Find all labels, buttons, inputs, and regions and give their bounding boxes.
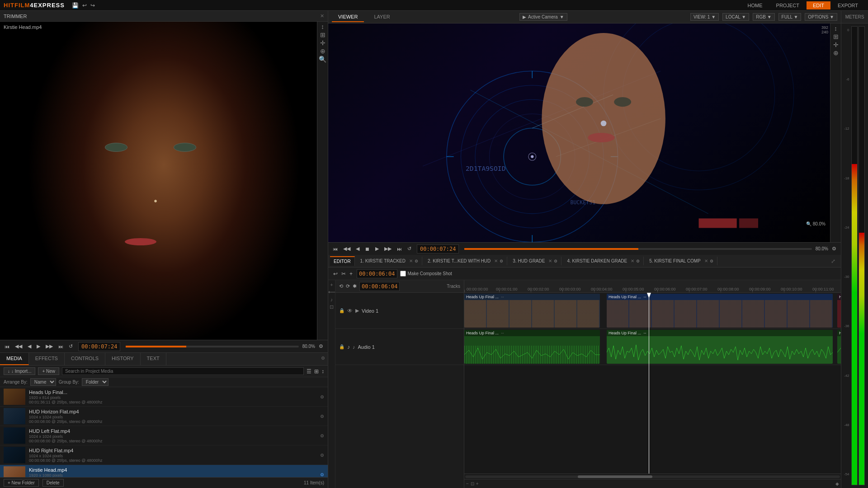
- tl-marker[interactable]: ◆: [835, 481, 839, 486]
- local-option[interactable]: LOCAL ▼: [722, 13, 749, 21]
- viewer-tool-4[interactable]: ⊕: [833, 50, 839, 56]
- tab-history[interactable]: HISTORY: [105, 353, 141, 365]
- playhead[interactable]: [649, 293, 649, 474]
- video-clip-1[interactable]: Heads Up Final ... ↔: [464, 294, 600, 328]
- tl-lt-link[interactable]: ⟵: [328, 289, 335, 295]
- trim-to-end-btn[interactable]: ⏭: [57, 343, 65, 350]
- media-item-3[interactable]: HUD Left Flat.mp4 1024 x 1024 pixels00:0…: [0, 426, 328, 446]
- new-button[interactable]: + New: [38, 367, 59, 375]
- video-clip-2[interactable]: Heads Up Final ... ↔: [607, 294, 833, 328]
- full-option[interactable]: FULL ▼: [778, 13, 802, 21]
- comp-close-3[interactable]: ✕: [548, 258, 552, 263]
- media-item-action-3[interactable]: ⚙: [320, 433, 324, 438]
- delete-button[interactable]: Delete: [42, 479, 64, 487]
- viewer-to-end-btn[interactable]: ⏭: [395, 245, 404, 253]
- comp-close-5[interactable]: ✕: [704, 258, 708, 263]
- trimmer-progress[interactable]: [126, 346, 298, 347]
- scrollbar-track[interactable]: [465, 475, 840, 478]
- trimmer-close-icon[interactable]: ✕: [320, 13, 324, 19]
- grid-view-toggle[interactable]: ⊞: [314, 368, 319, 375]
- trim-prev-btn[interactable]: ◀: [26, 343, 33, 350]
- viewer-stop-btn[interactable]: ⏹: [363, 245, 372, 253]
- media-item-5[interactable]: Kirstie Head.mp4 868 x 488 pixels00:00…: [0, 465, 328, 477]
- list-view-toggle[interactable]: ☰: [307, 368, 311, 375]
- tab-effects[interactable]: EFFECTS: [29, 353, 65, 365]
- timeline-scrollbar[interactable]: [464, 474, 841, 479]
- timeline-ruler[interactable]: 00:00:00:00 00:00:01:00 00:00:02:00 00:0…: [464, 280, 841, 293]
- media-item[interactable]: Heads Up Final... 1920 x 814 pixels00:01…: [0, 387, 328, 407]
- media-item-action-4[interactable]: ⚙: [320, 453, 324, 458]
- make-composite-option[interactable]: Make Composite Shot: [400, 271, 452, 277]
- viewer-to-start-btn[interactable]: ⏮: [331, 245, 340, 253]
- track-visible-video1[interactable]: 👁: [347, 308, 353, 314]
- viewer-tool-2[interactable]: ⊞: [833, 33, 839, 40]
- media-item-4[interactable]: HUD Right Flat.mp4 1024 x 1024 pixels00:…: [0, 446, 328, 465]
- media-item-action-2[interactable]: ⚙: [320, 414, 324, 419]
- tab-project[interactable]: PROJECT: [770, 1, 806, 9]
- tab-controls[interactable]: CONTROLS: [65, 353, 105, 365]
- track-lock-audio1[interactable]: 🔒: [339, 344, 344, 349]
- tl-lt-snap[interactable]: ⊡: [330, 304, 334, 310]
- comp-tab-1[interactable]: 1. KIRSTIE TRACKED ✕ ⚙: [357, 257, 422, 265]
- undo-icon[interactable]: ↩: [82, 2, 87, 9]
- audio-clip-1[interactable]: Heads Up Final ... ↔: [464, 330, 600, 364]
- viewer-progress[interactable]: [464, 248, 811, 250]
- tl-fit[interactable]: ⊡: [471, 481, 474, 486]
- save-icon[interactable]: 💾: [72, 2, 79, 9]
- viewer-tool-3[interactable]: ✛: [833, 42, 839, 48]
- trim-prev-frame-btn[interactable]: ◀◀: [13, 343, 24, 350]
- trim-next-btn[interactable]: ▶▶: [44, 343, 55, 350]
- comp-tab-5[interactable]: 5. KIRSTIE FINAL COMP ✕ ⚙: [646, 257, 717, 265]
- tl-tool-2[interactable]: ⟳: [346, 283, 350, 289]
- scrollbar-thumb[interactable]: [578, 475, 653, 478]
- comp-tab-4[interactable]: 4. KIRSTIE DARKEN GRADE ✕ ⚙: [563, 257, 644, 265]
- tab-export[interactable]: EXPORT: [831, 1, 864, 9]
- make-composite-checkbox[interactable]: [400, 271, 406, 277]
- arrange-select[interactable]: Name Date Type: [30, 378, 56, 386]
- comp-close-1[interactable]: ✕: [409, 258, 413, 263]
- rgb-option[interactable]: RGB ▼: [753, 13, 774, 21]
- viewer-loop-btn[interactable]: ↺: [406, 245, 413, 253]
- track-lock-video1[interactable]: 🔒: [339, 308, 344, 313]
- comp-tab-editor[interactable]: EDITOR: [330, 256, 355, 266]
- new-folder-button[interactable]: + New Folder: [4, 479, 39, 487]
- group-select[interactable]: Folder Type None: [82, 378, 108, 386]
- trim-to-start-btn[interactable]: ⏮: [3, 343, 11, 350]
- video-clip-3[interactable]: Heads Up Final ... ↔: [837, 294, 841, 328]
- view-option[interactable]: VIEW: 1 ▼: [690, 13, 719, 21]
- viewer-next-btn[interactable]: ▶▶: [382, 245, 393, 253]
- editor-tool-split[interactable]: ✂: [340, 270, 347, 278]
- trim-settings-btn[interactable]: ⚙: [317, 343, 325, 350]
- trim-info-icon[interactable]: 🔍: [319, 56, 326, 62]
- tl-tool-1[interactable]: ⟲: [339, 283, 343, 289]
- viewer-prev-btn[interactable]: ◀: [354, 245, 361, 253]
- comp-close-2[interactable]: ✕: [494, 258, 498, 263]
- viewer-tool-1[interactable]: ↕: [834, 25, 837, 32]
- editor-maximize-icon[interactable]: ⤢: [827, 258, 839, 264]
- tab-layer[interactable]: LAYER: [368, 12, 396, 22]
- trim-loop-btn[interactable]: ↺: [67, 343, 75, 350]
- trim-scale-icon[interactable]: ⊞: [320, 32, 326, 38]
- editor-tool-add[interactable]: +: [348, 270, 354, 278]
- media-item-action-5[interactable]: ⚙: [320, 472, 324, 477]
- tab-media[interactable]: MEDIA: [0, 353, 29, 365]
- trim-move-icon[interactable]: ✛: [320, 40, 326, 46]
- comp-tab-2[interactable]: 2. KIRSTIE T...KED WITH HUD ✕ ⚙: [424, 257, 507, 265]
- viewer-settings-btn[interactable]: ⚙: [830, 245, 838, 253]
- tl-tool-3[interactable]: ✱: [353, 283, 357, 289]
- tab-text[interactable]: TEXT: [141, 353, 166, 365]
- import-button[interactable]: ↓ ↓ Import...: [4, 367, 35, 375]
- media-item-2[interactable]: HUD Horizon Flat.mp4 1024 x 1024 pixels0…: [0, 407, 328, 426]
- tab-edit[interactable]: EDIT: [807, 1, 830, 9]
- audio-clip-2[interactable]: Heads Up Final ... ↔: [607, 330, 833, 364]
- media-item-action-1[interactable]: ⚙: [320, 394, 324, 399]
- media-search-input[interactable]: [62, 367, 304, 375]
- editor-tool-select[interactable]: ↩: [332, 270, 339, 278]
- comp-tab-3[interactable]: 3. HUD GRADE ✕ ⚙: [509, 257, 561, 265]
- trim-zoom-icon[interactable]: ⊕: [320, 48, 326, 54]
- sort-asc-icon[interactable]: ↕: [321, 368, 324, 375]
- options-option[interactable]: OPTIONS ▼: [805, 13, 837, 21]
- tab-viewer[interactable]: VIEWER: [332, 12, 364, 22]
- tl-lt-add[interactable]: +: [330, 282, 333, 287]
- trim-arrow-icon[interactable]: ↕: [321, 23, 324, 30]
